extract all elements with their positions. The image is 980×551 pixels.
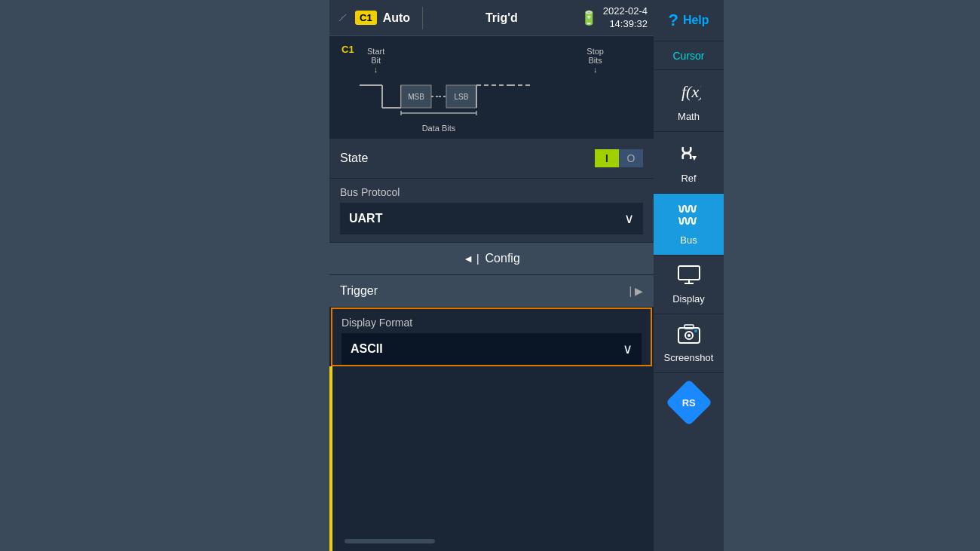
trigD-label: Trig'd	[429, 11, 574, 25]
sidebar-item-cursor[interactable]: Cursor	[654, 41, 724, 70]
state-toggle[interactable]: I O	[595, 149, 643, 167]
math-icon: f(x)	[677, 79, 701, 108]
sidebar-item-ref[interactable]: Ref	[654, 132, 724, 194]
bus-protocol-section: Bus Protocol UART ∨	[329, 179, 654, 243]
bus-protocol-title: Bus Protocol	[340, 186, 643, 198]
c1-diagram-label: C1	[341, 44, 354, 55]
right-sidebar: ? Help Cursor f(x) Math Ref	[654, 0, 724, 551]
svg-rect-18	[678, 266, 700, 280]
yellow-bar	[329, 366, 332, 551]
sidebar-item-display[interactable]: Display	[654, 256, 724, 314]
sidebar-item-math[interactable]: f(x) Math	[654, 70, 724, 132]
state-row: State I O	[329, 139, 654, 179]
trigger-arrow-icon: | ▶	[629, 285, 643, 297]
stop-bits-label: StopBits	[586, 47, 604, 65]
data-bits-label: Data Bits	[401, 124, 476, 133]
config-label: Config	[485, 252, 520, 265]
display-format-dropdown[interactable]: ASCII ∨	[341, 333, 642, 365]
bus-label: Bus	[680, 234, 697, 246]
config-button[interactable]: ◄ | Config	[329, 243, 654, 275]
svg-text:f(x): f(x)	[681, 82, 701, 101]
svg-rect-23	[684, 325, 694, 329]
svg-point-24	[688, 334, 691, 337]
auto-label: Auto	[383, 11, 410, 25]
datetime: 2022-02-4 14:39:32	[603, 5, 648, 31]
display-label: Display	[672, 293, 705, 305]
chevron-down-icon: ∨	[624, 210, 634, 227]
divider	[422, 7, 423, 29]
bus-icon	[675, 203, 703, 231]
trigger-label: Trigger	[340, 284, 378, 298]
uart-diagram-area: C1 StartBit ↓ StopBits ↓	[329, 36, 654, 139]
state-off-toggle[interactable]: O	[619, 149, 643, 167]
sidebar-item-help[interactable]: ? Help	[654, 0, 724, 41]
ref-label: Ref	[681, 173, 696, 184]
display-format-title: Display Format	[341, 317, 642, 329]
main-screen: ⟋ C1 Auto Trig'd 🔋 2022-02-4 14:39:32 C1…	[329, 0, 654, 551]
bottom-area	[329, 366, 654, 551]
help-label: Help	[683, 14, 709, 27]
state-on-toggle[interactable]: I	[595, 149, 619, 167]
screenshot-camera-icon	[677, 323, 701, 349]
date-line: 2022-02-4	[603, 5, 648, 18]
rs-text: RS	[681, 397, 695, 409]
start-bit-label: StartBit	[367, 47, 384, 65]
display-format-chevron-icon: ∨	[623, 341, 632, 357]
sidebar-item-screenshot[interactable]: Screenshot	[654, 314, 724, 373]
rs-logo: RS	[669, 382, 709, 423]
display-format-section: Display Format ASCII ∨	[331, 308, 652, 366]
battery-icon: 🔋	[580, 10, 597, 26]
svg-text:LSB: LSB	[455, 93, 469, 101]
svg-point-25	[694, 329, 697, 332]
rs-logo-area: RS	[654, 373, 724, 432]
math-label: Math	[678, 111, 700, 122]
arrow-left-icon: ◄ |	[463, 253, 479, 265]
bus-protocol-dropdown[interactable]: UART ∨	[340, 203, 643, 234]
svg-text:MSB: MSB	[408, 93, 424, 101]
waveform-icon: ⟋	[335, 10, 349, 26]
sidebar-item-bus[interactable]: Bus	[654, 194, 724, 256]
bottom-slider	[345, 539, 435, 543]
help-question-icon: ?	[668, 11, 678, 30]
cursor-label: Cursor	[672, 50, 704, 62]
state-label: State	[340, 152, 368, 165]
display-icon	[677, 265, 701, 290]
bus-protocol-value: UART	[349, 212, 382, 225]
uart-waveform-svg: MSB LSB	[360, 74, 571, 119]
header-bar: ⟋ C1 Auto Trig'd 🔋 2022-02-4 14:39:32	[329, 0, 654, 36]
display-format-value: ASCII	[351, 342, 383, 356]
c1-badge: C1	[355, 11, 377, 25]
screenshot-label: Screenshot	[664, 352, 714, 363]
time-line: 14:39:32	[603, 18, 648, 31]
trigger-button[interactable]: Trigger | ▶	[329, 275, 654, 308]
ref-icon	[677, 141, 701, 170]
